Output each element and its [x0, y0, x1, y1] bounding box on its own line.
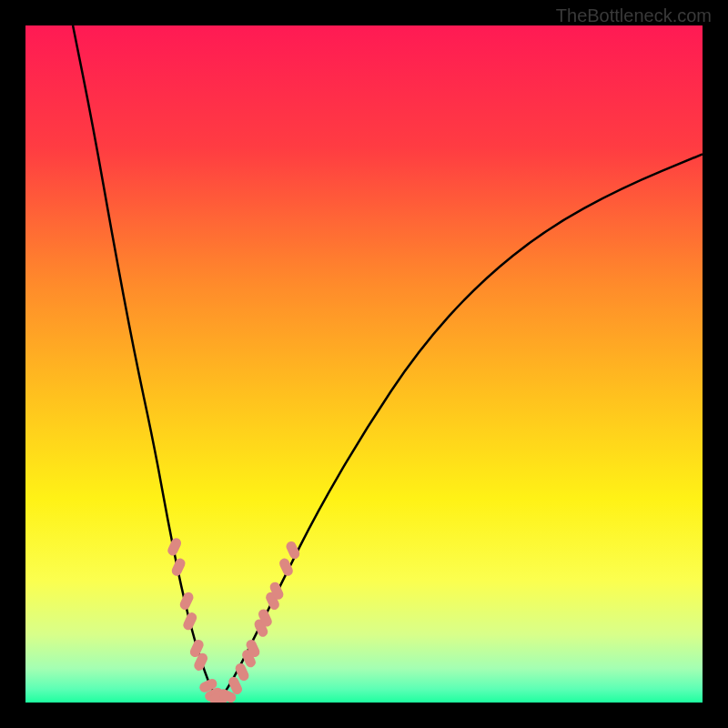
marker-point: [182, 611, 198, 632]
marker-point: [278, 557, 294, 578]
marker-point: [178, 591, 195, 612]
chart-area: [25, 25, 703, 703]
marker-point: [170, 557, 187, 578]
marker-point: [285, 540, 301, 561]
marker-point: [166, 536, 182, 557]
watermark-text: TheBottleneck.com: [556, 5, 712, 26]
data-markers: [25, 25, 703, 703]
